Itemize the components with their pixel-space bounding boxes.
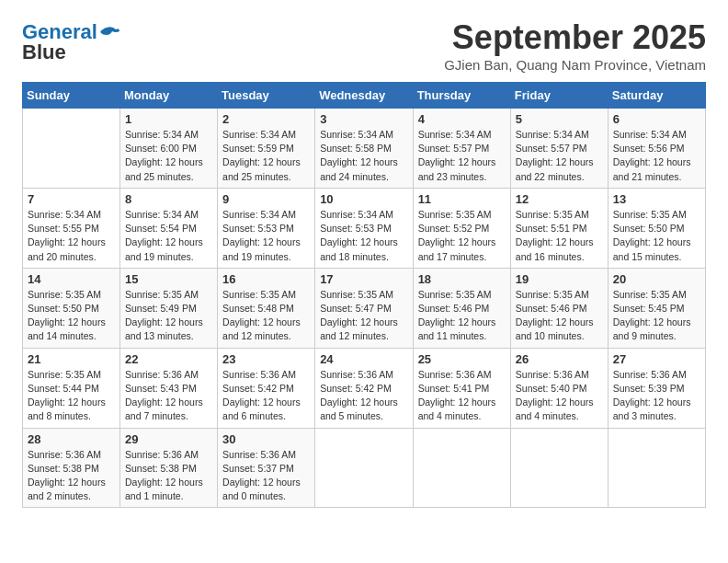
day-info: Sunrise: 5:35 AM Sunset: 5:51 PM Dayligh…	[516, 208, 603, 264]
day-info: Sunrise: 5:34 AM Sunset: 5:54 PM Dayligh…	[125, 208, 212, 264]
location-title: GJien Ban, Quang Nam Province, Vietnam	[444, 57, 706, 73]
day-info: Sunrise: 5:36 AM Sunset: 5:38 PM Dayligh…	[125, 448, 212, 504]
header: GeneralBlue September 2025 GJien Ban, Qu…	[22, 18, 706, 73]
day-info: Sunrise: 5:35 AM Sunset: 5:47 PM Dayligh…	[320, 288, 407, 344]
day-info: Sunrise: 5:35 AM Sunset: 5:50 PM Dayligh…	[613, 208, 700, 264]
day-number: 20	[613, 272, 700, 286]
weekday-header-saturday: Saturday	[608, 83, 705, 109]
calendar-table: SundayMondayTuesdayWednesdayThursdayFrid…	[22, 82, 706, 508]
day-info: Sunrise: 5:36 AM Sunset: 5:37 PM Dayligh…	[222, 448, 310, 504]
bird-icon	[99, 26, 119, 42]
day-number: 8	[125, 192, 212, 206]
calendar-cell: 23Sunrise: 5:36 AM Sunset: 5:42 PM Dayli…	[218, 348, 315, 428]
day-number: 14	[28, 272, 115, 286]
calendar-cell: 22Sunrise: 5:36 AM Sunset: 5:43 PM Dayli…	[120, 348, 218, 428]
weekday-header-monday: Monday	[120, 83, 218, 109]
calendar-cell	[510, 428, 608, 508]
calendar-cell: 9Sunrise: 5:34 AM Sunset: 5:53 PM Daylig…	[218, 188, 315, 268]
day-info: Sunrise: 5:34 AM Sunset: 5:57 PM Dayligh…	[516, 128, 603, 184]
calendar-cell: 16Sunrise: 5:35 AM Sunset: 5:48 PM Dayli…	[218, 268, 315, 348]
calendar-cell: 27Sunrise: 5:36 AM Sunset: 5:39 PM Dayli…	[608, 348, 705, 428]
day-info: Sunrise: 5:34 AM Sunset: 5:58 PM Dayligh…	[320, 128, 407, 184]
calendar-cell: 10Sunrise: 5:34 AM Sunset: 5:53 PM Dayli…	[315, 188, 413, 268]
calendar-week-row: 7Sunrise: 5:34 AM Sunset: 5:55 PM Daylig…	[23, 188, 706, 268]
calendar-cell: 20Sunrise: 5:35 AM Sunset: 5:45 PM Dayli…	[608, 268, 705, 348]
calendar-cell	[23, 109, 120, 189]
calendar-cell: 29Sunrise: 5:36 AM Sunset: 5:38 PM Dayli…	[120, 428, 218, 508]
weekday-header-wednesday: Wednesday	[315, 83, 413, 109]
day-number: 7	[28, 192, 115, 206]
day-number: 4	[418, 112, 506, 126]
day-info: Sunrise: 5:34 AM Sunset: 5:59 PM Dayligh…	[222, 128, 310, 184]
calendar-cell: 26Sunrise: 5:36 AM Sunset: 5:40 PM Dayli…	[510, 348, 608, 428]
day-number: 12	[516, 192, 603, 206]
day-info: Sunrise: 5:34 AM Sunset: 5:53 PM Dayligh…	[320, 208, 407, 264]
day-number: 1	[125, 112, 212, 126]
day-info: Sunrise: 5:35 AM Sunset: 5:49 PM Dayligh…	[125, 288, 212, 344]
calendar-cell: 17Sunrise: 5:35 AM Sunset: 5:47 PM Dayli…	[315, 268, 413, 348]
calendar-week-row: 28Sunrise: 5:36 AM Sunset: 5:38 PM Dayli…	[23, 428, 706, 508]
calendar-cell: 7Sunrise: 5:34 AM Sunset: 5:55 PM Daylig…	[23, 188, 120, 268]
calendar-cell: 8Sunrise: 5:34 AM Sunset: 5:54 PM Daylig…	[120, 188, 218, 268]
calendar-cell: 4Sunrise: 5:34 AM Sunset: 5:57 PM Daylig…	[413, 109, 510, 189]
day-number: 30	[222, 432, 310, 446]
day-number: 9	[222, 192, 310, 206]
day-info: Sunrise: 5:34 AM Sunset: 5:57 PM Dayligh…	[418, 128, 506, 184]
calendar-cell: 1Sunrise: 5:34 AM Sunset: 6:00 PM Daylig…	[120, 109, 218, 189]
day-info: Sunrise: 5:35 AM Sunset: 5:46 PM Dayligh…	[516, 288, 603, 344]
day-number: 2	[222, 112, 310, 126]
weekday-header-thursday: Thursday	[413, 83, 510, 109]
day-number: 29	[125, 432, 212, 446]
calendar-cell: 21Sunrise: 5:35 AM Sunset: 5:44 PM Dayli…	[23, 348, 120, 428]
day-info: Sunrise: 5:35 AM Sunset: 5:45 PM Dayligh…	[613, 288, 700, 344]
calendar-cell: 15Sunrise: 5:35 AM Sunset: 5:49 PM Dayli…	[120, 268, 218, 348]
calendar-cell	[315, 428, 413, 508]
day-info: Sunrise: 5:36 AM Sunset: 5:40 PM Dayligh…	[516, 368, 603, 424]
day-info: Sunrise: 5:35 AM Sunset: 5:46 PM Dayligh…	[418, 288, 506, 344]
calendar-week-row: 1Sunrise: 5:34 AM Sunset: 6:00 PM Daylig…	[23, 109, 706, 189]
day-info: Sunrise: 5:34 AM Sunset: 6:00 PM Dayligh…	[125, 128, 212, 184]
calendar-cell: 11Sunrise: 5:35 AM Sunset: 5:52 PM Dayli…	[413, 188, 510, 268]
day-info: Sunrise: 5:35 AM Sunset: 5:52 PM Dayligh…	[418, 208, 506, 264]
calendar-cell: 12Sunrise: 5:35 AM Sunset: 5:51 PM Dayli…	[510, 188, 608, 268]
day-number: 11	[418, 192, 506, 206]
day-info: Sunrise: 5:36 AM Sunset: 5:43 PM Dayligh…	[125, 368, 212, 424]
calendar-cell: 30Sunrise: 5:36 AM Sunset: 5:37 PM Dayli…	[218, 428, 315, 508]
day-number: 3	[320, 112, 407, 126]
day-number: 27	[613, 352, 700, 366]
day-number: 10	[320, 192, 407, 206]
day-info: Sunrise: 5:36 AM Sunset: 5:42 PM Dayligh…	[222, 368, 310, 424]
day-number: 6	[613, 112, 700, 126]
calendar-cell: 25Sunrise: 5:36 AM Sunset: 5:41 PM Dayli…	[413, 348, 510, 428]
calendar-cell: 14Sunrise: 5:35 AM Sunset: 5:50 PM Dayli…	[23, 268, 120, 348]
day-number: 19	[516, 272, 603, 286]
day-number: 23	[222, 352, 310, 366]
logo-text: GeneralBlue	[22, 22, 97, 63]
calendar-cell: 2Sunrise: 5:34 AM Sunset: 5:59 PM Daylig…	[218, 109, 315, 189]
calendar-cell	[608, 428, 705, 508]
calendar-cell	[413, 428, 510, 508]
day-number: 28	[28, 432, 115, 446]
calendar-week-row: 21Sunrise: 5:35 AM Sunset: 5:44 PM Dayli…	[23, 348, 706, 428]
day-info: Sunrise: 5:34 AM Sunset: 5:53 PM Dayligh…	[222, 208, 310, 264]
day-number: 18	[418, 272, 506, 286]
day-number: 25	[418, 352, 506, 366]
calendar-cell: 18Sunrise: 5:35 AM Sunset: 5:46 PM Dayli…	[413, 268, 510, 348]
weekday-header-row: SundayMondayTuesdayWednesdayThursdayFrid…	[23, 83, 706, 109]
day-info: Sunrise: 5:36 AM Sunset: 5:39 PM Dayligh…	[613, 368, 700, 424]
calendar-cell: 3Sunrise: 5:34 AM Sunset: 5:58 PM Daylig…	[315, 109, 413, 189]
day-number: 15	[125, 272, 212, 286]
title-area: September 2025 GJien Ban, Quang Nam Prov…	[444, 18, 706, 73]
day-info: Sunrise: 5:36 AM Sunset: 5:42 PM Dayligh…	[320, 368, 407, 424]
day-number: 26	[516, 352, 603, 366]
calendar-cell: 13Sunrise: 5:35 AM Sunset: 5:50 PM Dayli…	[608, 188, 705, 268]
month-title: September 2025	[444, 18, 706, 57]
calendar-cell: 19Sunrise: 5:35 AM Sunset: 5:46 PM Dayli…	[510, 268, 608, 348]
weekday-header-tuesday: Tuesday	[218, 83, 315, 109]
weekday-header-friday: Friday	[510, 83, 608, 109]
calendar-cell: 5Sunrise: 5:34 AM Sunset: 5:57 PM Daylig…	[510, 109, 608, 189]
calendar-cell: 28Sunrise: 5:36 AM Sunset: 5:38 PM Dayli…	[23, 428, 120, 508]
day-info: Sunrise: 5:34 AM Sunset: 5:56 PM Dayligh…	[613, 128, 700, 184]
day-info: Sunrise: 5:36 AM Sunset: 5:41 PM Dayligh…	[418, 368, 506, 424]
day-number: 17	[320, 272, 407, 286]
